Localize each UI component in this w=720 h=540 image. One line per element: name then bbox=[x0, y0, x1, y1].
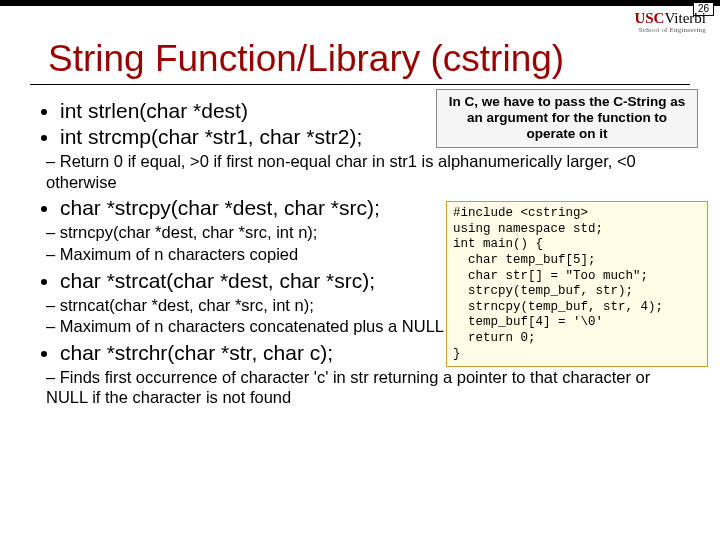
slide-title: String Function/Library (cstring) bbox=[0, 6, 720, 80]
logo-usc: USC bbox=[634, 10, 664, 26]
bullet-strcpy: char *strcpy(char *dest, char *src); bbox=[60, 196, 480, 220]
slide-content: In C, we have to pass the C-String as an… bbox=[0, 85, 720, 408]
sub-strcmp-return: Return 0 if equal, >0 if first non-equal… bbox=[46, 151, 696, 192]
sub-strcmp: Return 0 if equal, >0 if first non-equal… bbox=[24, 151, 696, 192]
sub-strncpy: strncpy(char *dest, char *src, int n); bbox=[46, 222, 466, 243]
code-example: #include <cstring> using namespace std; … bbox=[446, 201, 708, 367]
logo-viterbi: Viterbi bbox=[664, 10, 706, 26]
sub-strchr-desc: Finds first occurrence of character 'c' … bbox=[46, 367, 696, 408]
bullet-strcat: char *strcat(char *dest, char *src); bbox=[60, 269, 480, 293]
sub-strncpy-max: Maximum of n characters copied bbox=[46, 244, 466, 265]
usc-logo: USCViterbi School of Engineering bbox=[634, 10, 706, 34]
logo-subtitle: School of Engineering bbox=[634, 27, 706, 34]
sub-strcpy: strncpy(char *dest, char *src, int n); M… bbox=[24, 222, 466, 264]
callout-box: In C, we have to pass the C-String as an… bbox=[436, 89, 698, 148]
sub-strchr: Finds first occurrence of character 'c' … bbox=[24, 367, 696, 408]
